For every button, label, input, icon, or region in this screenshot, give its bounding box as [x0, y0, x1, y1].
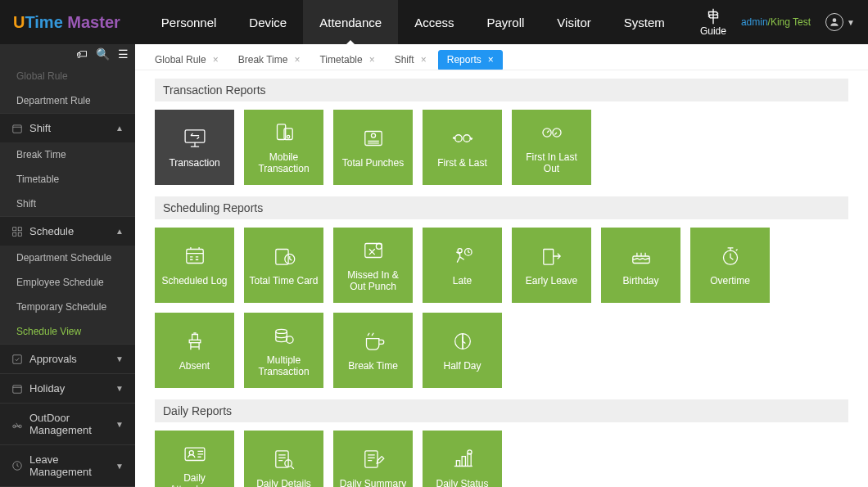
document-search-icon	[270, 447, 298, 471]
tile-transaction[interactable]: Transaction	[155, 110, 234, 185]
list-icon[interactable]: ☰	[118, 47, 129, 61]
close-icon[interactable]: ×	[213, 54, 219, 65]
logo-part-time: Time	[25, 13, 62, 31]
tile-overtime[interactable]: Overtime	[690, 228, 770, 303]
logo[interactable]: UTime Master	[13, 13, 120, 32]
chevron-down-icon: ▼	[847, 18, 855, 27]
tile-total-punches[interactable]: Total Punches	[333, 110, 413, 185]
svg-rect-2	[13, 227, 16, 230]
tile-scheduled-log[interactable]: Scheduled Log	[155, 228, 234, 303]
logo-part-u: U	[13, 13, 25, 31]
svg-rect-7	[13, 385, 22, 392]
tile-early-leave[interactable]: Early Leave	[512, 228, 591, 303]
nav-personnel[interactable]: Personnel	[145, 0, 233, 44]
tile-late[interactable]: Late	[423, 228, 502, 303]
tile-label: Half Day	[443, 360, 481, 372]
sidebar-item-department-rule[interactable]: Department Rule	[0, 88, 135, 113]
tile-missed-punch[interactable]: Missed In & Out Punch	[333, 228, 413, 303]
sidebar-item-global-rule[interactable]: Global Rule	[0, 64, 135, 88]
close-icon[interactable]: ×	[488, 54, 494, 65]
sidebar-item-temporary-schedule[interactable]: Temporary Schedule	[0, 295, 135, 319]
user-menu[interactable]: ▼	[825, 13, 855, 31]
sidebar-item-schedule-view[interactable]: Schedule View	[0, 319, 135, 344]
tile-total-time-card[interactable]: Total Time Card	[244, 228, 323, 303]
tile-first-in-last-out[interactable]: First In Last Out	[512, 110, 591, 185]
tab-reports[interactable]: Reports×	[438, 50, 503, 70]
svg-rect-3	[18, 227, 21, 230]
tab-label: Break Time	[238, 54, 288, 65]
svg-rect-40	[456, 460, 459, 466]
tile-break-time[interactable]: Break Time	[333, 313, 413, 388]
nav-device[interactable]: Device	[233, 0, 303, 44]
nav-visitor[interactable]: Visitor	[540, 0, 607, 44]
tile-mobile-transaction[interactable]: Mobile Transaction	[244, 110, 323, 185]
nav-access[interactable]: Access	[398, 0, 470, 44]
tile-label: Total Punches	[342, 157, 404, 169]
search-icon[interactable]: 🔍	[96, 47, 110, 61]
tab-global-rule[interactable]: Global Rule×	[147, 51, 227, 69]
nav-payroll[interactable]: Payroll	[470, 0, 540, 44]
tag-icon[interactable]: 🏷	[76, 47, 88, 61]
section-transaction-reports: Transaction Reports	[155, 79, 848, 101]
guide-button[interactable]: Guide	[700, 7, 726, 37]
bar-chart-icon	[449, 447, 477, 471]
chevron-down-icon: ▼	[115, 420, 124, 429]
nav-system[interactable]: System	[608, 0, 681, 44]
sidebar-group-outdoor[interactable]: OutDoor Management ▼	[0, 403, 135, 444]
sidebar-group-approvals[interactable]: Approvals ▼	[0, 344, 135, 373]
tile-daily-attendance[interactable]: Daily Attendance	[155, 431, 234, 487]
circles-arrow-icon	[538, 120, 566, 145]
coffee-cup-icon	[359, 329, 387, 354]
sidebar-item-department-schedule[interactable]: Department Schedule	[0, 246, 135, 270]
tab-label: Global Rule	[155, 54, 206, 65]
section-scheduling-reports: Scheduling Reports	[155, 196, 848, 219]
tab-timetable[interactable]: Timetable×	[311, 51, 382, 69]
close-icon[interactable]: ×	[294, 54, 300, 65]
svg-point-14	[287, 135, 289, 138]
svg-point-32	[275, 329, 287, 333]
tile-label: Break Time	[348, 360, 398, 372]
tile-daily-status[interactable]: Daily Status	[423, 431, 502, 487]
sidebar-group-holiday[interactable]: Holiday ▼	[0, 373, 135, 403]
logo-part-master: Master	[63, 13, 120, 31]
tile-daily-details[interactable]: Daily Details	[244, 431, 323, 487]
calendar-icon	[11, 123, 23, 134]
tile-label: Overtime	[710, 275, 750, 286]
exit-door-icon	[538, 244, 566, 268]
svg-point-0	[833, 18, 837, 22]
tile-label: Early Leave	[526, 275, 577, 286]
sidebar-item-timetable[interactable]: Timetable	[0, 167, 135, 192]
close-icon[interactable]: ×	[421, 54, 427, 65]
user-info: admin/King Test	[741, 16, 811, 28]
chevron-up-icon: ▲	[115, 124, 124, 133]
sidebar-item-employee-schedule[interactable]: Employee Schedule	[0, 270, 135, 295]
stopwatch-icon	[717, 244, 744, 268]
tile-absent[interactable]: Absent	[155, 313, 234, 388]
chevron-down-icon: ▼	[115, 354, 124, 363]
tile-daily-summary[interactable]: Daily Summary	[333, 431, 413, 487]
nav-attendance[interactable]: Attendance	[303, 0, 398, 44]
sidebar-group-leave[interactable]: Leave Management ▼	[0, 444, 135, 486]
sidebar-item-shift[interactable]: Shift	[0, 192, 135, 216]
tile-label: Daily Attendance	[160, 472, 229, 487]
cake-icon	[627, 244, 655, 268]
sidebar-item-break-time[interactable]: Break Time	[0, 142, 135, 167]
motorcycle-icon	[11, 418, 23, 430]
tile-half-day[interactable]: Half Day	[423, 313, 502, 388]
missed-punch-icon	[359, 238, 387, 263]
tile-multiple-transaction[interactable]: Multiple Transaction	[244, 313, 323, 388]
transaction-tiles: Transaction Mobile Transaction Total Pun…	[155, 110, 848, 185]
chevron-down-icon: ▼	[115, 462, 124, 471]
close-icon[interactable]: ×	[369, 54, 375, 65]
tab-break-time[interactable]: Break Time×	[230, 51, 309, 69]
user-admin-link[interactable]: admin	[741, 16, 768, 28]
svg-point-36	[189, 450, 193, 454]
sidebar-group-shift[interactable]: Shift ▲	[0, 113, 135, 142]
tile-label: Scheduled Log	[161, 275, 227, 286]
tab-label: Shift	[395, 54, 414, 65]
tile-first-last[interactable]: First & Last	[423, 110, 502, 185]
sidebar-group-schedule[interactable]: Schedule ▲	[0, 216, 135, 246]
tab-shift[interactable]: Shift×	[387, 51, 435, 69]
tile-label: Daily Summary	[340, 478, 406, 487]
tile-birthday[interactable]: Birthday	[601, 228, 680, 303]
